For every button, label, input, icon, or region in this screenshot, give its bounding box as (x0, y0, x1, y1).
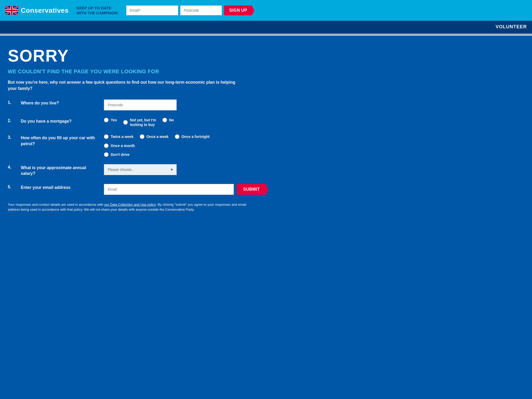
header-postcode-input[interactable] (180, 5, 222, 15)
q2-yes-option[interactable]: Yes (104, 118, 117, 122)
header-nav: VOLUNTEER (0, 21, 532, 34)
q4-input-area: Please choose... Under £15,000 £15,000 -… (104, 164, 242, 175)
volunteer-link[interactable]: VOLUNTEER (496, 21, 527, 33)
q3-once-week-label: Once a week (147, 134, 169, 139)
q2-no-label: No (169, 118, 174, 122)
campaign-text: KEEP UP TO DATE WITH THE CAMPAIGN: (76, 5, 118, 16)
q3-month-option[interactable]: Once a month (104, 143, 135, 148)
q3-number: 3. (8, 134, 16, 140)
q3-label: How often do you fill up your car with p… (21, 134, 99, 147)
q3-input-area: Twice a week Once a week Once a fortnigh… (104, 134, 242, 157)
question-4-row: 4. What is your approximate annual salar… (8, 164, 242, 177)
question-5-row: 5. Enter your email address SUBMIT (8, 184, 242, 195)
postcode-input[interactable] (104, 99, 177, 110)
signup-button[interactable]: SIGN UP (224, 5, 254, 15)
separator (0, 34, 532, 36)
question-2-row: 2. Do you have a mortgage? Yes Not yet, … (8, 118, 242, 127)
uk-flag-icon (5, 6, 18, 15)
q3-fortnight-radio[interactable] (175, 134, 179, 139)
q3-nodrive-radio[interactable] (104, 152, 109, 157)
q2-notyet-radio[interactable] (123, 120, 128, 125)
privacy-policy-link[interactable]: our Data Collection and Use policy (104, 203, 156, 207)
salary-select-wrapper: Please choose... Under £15,000 £15,000 -… (104, 164, 177, 175)
q3-fortnight-option[interactable]: Once a fortnight (175, 134, 210, 139)
q2-radio-group: Yes Not yet, but I'mlooking to buy No (104, 118, 174, 127)
salary-select[interactable]: Please choose... Under £15,000 £15,000 -… (104, 164, 177, 175)
email-row: SUBMIT (104, 184, 268, 195)
q3-fortnight-label: Once a fortnight (182, 134, 210, 139)
q2-yes-radio[interactable] (104, 118, 109, 122)
q3-once-week-radio[interactable] (140, 134, 144, 139)
q5-input-area: SUBMIT (104, 184, 268, 195)
q3-twice-label: Twice a week (111, 134, 134, 139)
q3-nodrive-label: Don't drive (111, 152, 130, 157)
q3-once-week-option[interactable]: Once a week (140, 134, 169, 139)
q3-radio-group: Twice a week Once a week Once a fortnigh… (104, 134, 242, 157)
sorry-title: SORRY (8, 46, 524, 65)
not-found-text: WE COULDN'T FIND THE PAGE YOU WERE LOOKI… (8, 69, 524, 75)
q3-nodrive-option[interactable]: Don't drive (104, 152, 242, 157)
q5-number: 5. (8, 184, 16, 189)
privacy-text-before: Your responses and contact details are u… (8, 203, 104, 207)
header-email-input[interactable] (126, 5, 178, 15)
q2-no-option[interactable]: No (162, 118, 174, 122)
header-top: Conservatives KEEP UP TO DATE WITH THE C… (0, 0, 532, 21)
q4-number: 4. (8, 164, 16, 170)
q5-label: Enter your email address (21, 184, 99, 190)
intro-text: But now you're here, why not answer a fe… (8, 79, 242, 92)
q2-number: 2. (8, 118, 16, 123)
logo-area: Conservatives (5, 6, 69, 15)
q2-input-area: Yes Not yet, but I'mlooking to buy No (104, 118, 242, 127)
q3-month-radio[interactable] (104, 143, 109, 148)
submit-button[interactable]: SUBMIT (237, 184, 268, 195)
q3-twice-radio[interactable] (104, 134, 109, 139)
question-1-row: 1. Where do you live? (8, 99, 242, 110)
q3-month-label: Once a month (111, 143, 135, 148)
q1-number: 1. (8, 99, 16, 105)
main-content: SORRY WE COULDN'T FIND THE PAGE YOU WERE… (0, 36, 532, 220)
header-inputs: SIGN UP (126, 5, 527, 15)
q4-label: What is your approximate annual salary? (21, 164, 99, 177)
logo-text: Conservatives (21, 6, 69, 15)
questions-area: 1. Where do you live? 2. Do you have a m… (8, 99, 242, 195)
privacy-text: Your responses and contact details are u… (8, 202, 255, 212)
email-field[interactable] (104, 184, 234, 195)
question-3-row: 3. How often do you fill up your car wit… (8, 134, 242, 157)
q2-notyet-label: Not yet, but I'mlooking to buy (130, 118, 156, 127)
q1-label: Where do you live? (21, 99, 99, 106)
q1-input-area (104, 99, 242, 110)
q3-twice-option[interactable]: Twice a week (104, 134, 134, 139)
q2-yes-label: Yes (111, 118, 117, 122)
q2-no-radio[interactable] (162, 118, 167, 122)
q2-label: Do you have a mortgage? (21, 118, 99, 124)
q2-notyet-option[interactable]: Not yet, but I'mlooking to buy (123, 118, 156, 127)
